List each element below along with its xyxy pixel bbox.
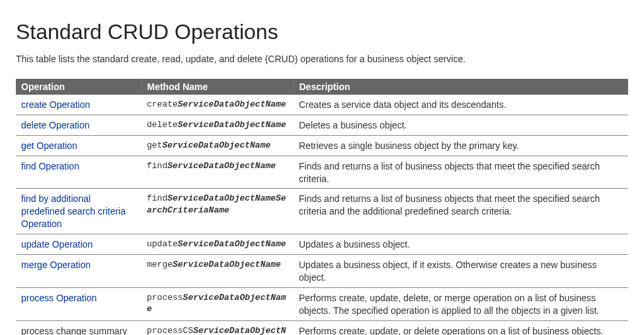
col-header-method: Method Name: [141, 79, 294, 95]
col-header-description: Description: [294, 79, 628, 95]
description-cell: Retrieves a single business object by th…: [294, 135, 628, 156]
method-cell: processCSServiceDataObjectName: [141, 320, 294, 335]
method-variable: ServiceDataObjectName: [167, 161, 276, 171]
method-cell: getServiceDataObjectName: [141, 135, 294, 156]
method-variable: ServiceDataObjectName: [178, 239, 286, 249]
method-prefix: get: [147, 140, 162, 150]
table-row: delete OperationdeleteServiceDataObjectN…: [16, 115, 628, 135]
method-variable: ServiceDataObjectName: [178, 99, 286, 109]
operation-link[interactable]: merge Operation: [21, 260, 91, 270]
table-row: find OperationfindServiceDataObjectNameF…: [16, 156, 628, 189]
method-prefix: find: [147, 161, 167, 171]
table-row: update OperationupdateServiceDataObjectN…: [16, 234, 628, 255]
operation-cell: delete Operation: [16, 115, 141, 135]
method-cell: createServiceDataObjectName: [141, 95, 294, 115]
description-cell: Deletes a business object.: [294, 115, 628, 135]
description-cell: Performs create, update, delete, or merg…: [294, 287, 628, 320]
description-cell: Updates a business object, if it exists.…: [294, 255, 628, 288]
table-row: process change summary OperationprocessC…: [16, 320, 628, 335]
operation-link[interactable]: find Operation: [21, 161, 79, 171]
method-prefix: process: [147, 293, 183, 303]
operation-link[interactable]: create Operation: [21, 99, 90, 110]
col-header-operation: Operation: [16, 79, 141, 95]
operation-cell: process Operation: [16, 287, 141, 320]
description-cell: Finds and returns a list of business obj…: [294, 156, 628, 189]
method-variable: ServiceDataObjectName: [173, 260, 281, 269]
method-prefix: update: [147, 239, 178, 249]
operation-cell: create Operation: [16, 95, 141, 115]
method-cell: processServiceDataObjectName: [141, 287, 294, 320]
page-title: Standard CRUD Operations: [16, 20, 628, 44]
operation-cell: update Operation: [16, 234, 141, 255]
description-cell: Creates a service data object and its de…: [294, 95, 628, 115]
method-prefix: delete: [147, 120, 178, 130]
description-cell: Updates a business object.: [294, 234, 628, 255]
operation-cell: get Operation: [16, 135, 141, 156]
table-row: merge OperationmergeServiceDataObjectNam…: [16, 255, 628, 288]
description-cell: Finds and returns a list of business obj…: [294, 189, 628, 234]
operation-cell: process change summary Operation: [16, 320, 141, 335]
operation-link[interactable]: get Operation: [21, 140, 77, 151]
operation-text: process change summary Operation: [21, 326, 127, 335]
operation-link[interactable]: process Operation: [21, 293, 97, 303]
operation-link[interactable]: find by additional predefined search cri…: [21, 193, 126, 229]
table-row: find by additional predefined search cri…: [16, 189, 628, 234]
table-header-row: Operation Method Name Description: [16, 79, 628, 95]
method-prefix: processCS: [147, 326, 193, 335]
table-row: process OperationprocessServiceDataObjec…: [16, 287, 628, 320]
table-row: get OperationgetServiceDataObjectNameRet…: [16, 135, 628, 156]
operation-link[interactable]: delete Operation: [21, 120, 90, 130]
table-row: create OperationcreateServiceDataObjectN…: [16, 95, 628, 115]
method-prefix: merge: [147, 260, 173, 269]
crud-table: Operation Method Name Description create…: [16, 79, 628, 335]
operation-cell: merge Operation: [16, 255, 141, 288]
operation-cell: find Operation: [16, 156, 141, 189]
method-cell: mergeServiceDataObjectName: [141, 255, 294, 288]
method-cell: findServiceDataObjectNameSearchCriteriaN…: [141, 189, 294, 234]
operation-cell: find by additional predefined search cri…: [16, 189, 141, 234]
method-prefix: find: [147, 193, 167, 203]
method-cell: deleteServiceDataObjectName: [141, 115, 294, 135]
method-prefix: create: [147, 99, 178, 109]
method-variable: ServiceDataObjectName: [178, 120, 286, 130]
method-variable: ServiceDataObjectNameSearchCriteriaName: [147, 193, 286, 215]
method-cell: updateServiceDataObjectName: [141, 234, 294, 255]
description-cell: Performs create, update, or delete opera…: [294, 320, 628, 335]
intro-text: This table lists the standard create, re…: [16, 54, 628, 64]
method-variable: ServiceDataObjectName: [162, 140, 270, 150]
operation-link[interactable]: update Operation: [21, 239, 93, 250]
method-cell: findServiceDataObjectName: [141, 156, 294, 189]
